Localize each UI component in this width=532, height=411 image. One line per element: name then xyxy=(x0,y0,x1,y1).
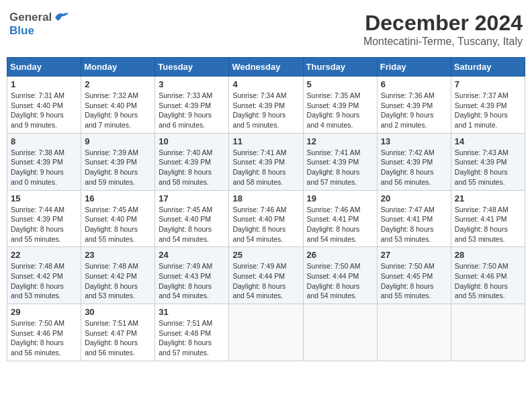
day-number: 28 xyxy=(455,250,521,260)
day-info: Sunrise: 7:31 AMSunset: 4:40 PMDaylight:… xyxy=(11,91,77,130)
day-number: 18 xyxy=(232,193,299,203)
day-number: 13 xyxy=(381,136,447,146)
day-info: Sunrise: 7:35 AMSunset: 4:39 PMDaylight:… xyxy=(307,91,373,130)
day-info: Sunrise: 7:46 AMSunset: 4:41 PMDaylight:… xyxy=(307,205,373,244)
day-number: 7 xyxy=(455,79,521,89)
month-title: December 2024 xyxy=(363,11,523,36)
calendar-header-row: SundayMondayTuesdayWednesdayThursdayFrid… xyxy=(7,58,525,77)
calendar-cell: 16Sunrise: 7:45 AMSunset: 4:40 PMDayligh… xyxy=(81,190,155,247)
calendar-cell: 12Sunrise: 7:41 AMSunset: 4:39 PMDayligh… xyxy=(303,133,377,190)
day-number: 17 xyxy=(159,193,225,203)
day-info: Sunrise: 7:41 AMSunset: 4:39 PMDaylight:… xyxy=(232,148,299,187)
day-info: Sunrise: 7:45 AMSunset: 4:40 PMDaylight:… xyxy=(85,205,151,244)
day-info: Sunrise: 7:42 AMSunset: 4:39 PMDaylight:… xyxy=(381,148,447,187)
calendar-cell: 8Sunrise: 7:38 AMSunset: 4:39 PMDaylight… xyxy=(7,133,81,190)
day-number: 14 xyxy=(455,136,521,146)
calendar-cell: 6Sunrise: 7:36 AMSunset: 4:39 PMDaylight… xyxy=(377,77,451,134)
day-number: 4 xyxy=(232,79,299,89)
title-area: December 2024 Montecatini-Terme, Tuscany… xyxy=(363,11,523,48)
day-info: Sunrise: 7:51 AMSunset: 4:47 PMDaylight:… xyxy=(85,318,151,358)
calendar-cell: 11Sunrise: 7:41 AMSunset: 4:39 PMDayligh… xyxy=(229,133,303,190)
day-number: 2 xyxy=(85,79,151,89)
day-info: Sunrise: 7:32 AMSunset: 4:40 PMDaylight:… xyxy=(85,91,151,130)
calendar-cell: 21Sunrise: 7:48 AMSunset: 4:41 PMDayligh… xyxy=(451,190,525,247)
calendar-cell xyxy=(451,304,525,361)
day-info: Sunrise: 7:51 AMSunset: 4:48 PMDaylight:… xyxy=(159,318,225,358)
day-number: 1 xyxy=(11,79,77,89)
calendar-cell: 22Sunrise: 7:48 AMSunset: 4:42 PMDayligh… xyxy=(7,247,81,304)
day-number: 5 xyxy=(307,79,373,89)
day-number: 15 xyxy=(11,193,77,203)
day-info: Sunrise: 7:49 AMSunset: 4:43 PMDaylight:… xyxy=(159,261,225,301)
day-info: Sunrise: 7:50 AMSunset: 4:46 PMDaylight:… xyxy=(11,318,77,358)
calendar-cell: 17Sunrise: 7:45 AMSunset: 4:40 PMDayligh… xyxy=(155,190,229,247)
calendar-cell: 14Sunrise: 7:43 AMSunset: 4:39 PMDayligh… xyxy=(451,133,525,190)
calendar-cell: 2Sunrise: 7:32 AMSunset: 4:40 PMDaylight… xyxy=(81,77,155,134)
day-info: Sunrise: 7:40 AMSunset: 4:39 PMDaylight:… xyxy=(159,148,225,187)
calendar-cell: 19Sunrise: 7:46 AMSunset: 4:41 PMDayligh… xyxy=(303,190,377,247)
calendar-cell: 23Sunrise: 7:48 AMSunset: 4:42 PMDayligh… xyxy=(81,247,155,304)
logo: General Blue xyxy=(9,11,69,38)
calendar-cell: 28Sunrise: 7:50 AMSunset: 4:46 PMDayligh… xyxy=(451,247,525,304)
calendar-cell: 5Sunrise: 7:35 AMSunset: 4:39 PMDaylight… xyxy=(303,77,377,134)
calendar: SundayMondayTuesdayWednesdayThursdayFrid… xyxy=(7,57,525,361)
day-info: Sunrise: 7:37 AMSunset: 4:39 PMDaylight:… xyxy=(455,91,521,130)
col-header-sunday: Sunday xyxy=(7,58,81,77)
day-info: Sunrise: 7:45 AMSunset: 4:40 PMDaylight:… xyxy=(159,205,225,244)
day-number: 26 xyxy=(307,250,373,260)
calendar-cell: 26Sunrise: 7:50 AMSunset: 4:44 PMDayligh… xyxy=(303,247,377,304)
logo-bird-icon xyxy=(54,11,69,24)
day-info: Sunrise: 7:47 AMSunset: 4:41 PMDaylight:… xyxy=(381,205,447,244)
calendar-cell: 31Sunrise: 7:51 AMSunset: 4:48 PMDayligh… xyxy=(155,304,229,361)
calendar-cell: 18Sunrise: 7:46 AMSunset: 4:40 PMDayligh… xyxy=(229,190,303,247)
day-number: 29 xyxy=(11,307,77,317)
calendar-cell: 4Sunrise: 7:34 AMSunset: 4:39 PMDaylight… xyxy=(229,77,303,134)
calendar-cell: 13Sunrise: 7:42 AMSunset: 4:39 PMDayligh… xyxy=(377,133,451,190)
day-info: Sunrise: 7:44 AMSunset: 4:39 PMDaylight:… xyxy=(11,205,77,244)
calendar-week-4: 22Sunrise: 7:48 AMSunset: 4:42 PMDayligh… xyxy=(7,247,525,304)
calendar-cell: 10Sunrise: 7:40 AMSunset: 4:39 PMDayligh… xyxy=(155,133,229,190)
calendar-cell: 27Sunrise: 7:50 AMSunset: 4:45 PMDayligh… xyxy=(377,247,451,304)
day-info: Sunrise: 7:50 AMSunset: 4:46 PMDaylight:… xyxy=(455,261,521,301)
logo-blue: Blue xyxy=(9,24,34,38)
day-info: Sunrise: 7:38 AMSunset: 4:39 PMDaylight:… xyxy=(11,148,77,187)
calendar-cell: 9Sunrise: 7:39 AMSunset: 4:39 PMDaylight… xyxy=(81,133,155,190)
col-header-wednesday: Wednesday xyxy=(229,58,303,77)
day-info: Sunrise: 7:43 AMSunset: 4:39 PMDaylight:… xyxy=(455,148,521,187)
day-number: 20 xyxy=(381,193,447,203)
day-number: 16 xyxy=(85,193,151,203)
col-header-friday: Friday xyxy=(377,58,451,77)
calendar-cell: 24Sunrise: 7:49 AMSunset: 4:43 PMDayligh… xyxy=(155,247,229,304)
day-info: Sunrise: 7:48 AMSunset: 4:42 PMDaylight:… xyxy=(85,261,151,301)
day-number: 31 xyxy=(159,307,225,317)
calendar-week-5: 29Sunrise: 7:50 AMSunset: 4:46 PMDayligh… xyxy=(7,304,525,361)
calendar-week-3: 15Sunrise: 7:44 AMSunset: 4:39 PMDayligh… xyxy=(7,190,525,247)
day-info: Sunrise: 7:33 AMSunset: 4:39 PMDaylight:… xyxy=(159,91,225,130)
day-info: Sunrise: 7:41 AMSunset: 4:39 PMDaylight:… xyxy=(307,148,373,187)
col-header-thursday: Thursday xyxy=(303,58,377,77)
day-number: 6 xyxy=(381,79,447,89)
day-number: 3 xyxy=(159,79,225,89)
calendar-cell: 3Sunrise: 7:33 AMSunset: 4:39 PMDaylight… xyxy=(155,77,229,134)
day-info: Sunrise: 7:46 AMSunset: 4:40 PMDaylight:… xyxy=(232,205,299,244)
col-header-saturday: Saturday xyxy=(451,58,525,77)
calendar-week-1: 1Sunrise: 7:31 AMSunset: 4:40 PMDaylight… xyxy=(7,77,525,134)
day-number: 8 xyxy=(11,136,77,146)
day-number: 9 xyxy=(85,136,151,146)
calendar-cell: 1Sunrise: 7:31 AMSunset: 4:40 PMDaylight… xyxy=(7,77,81,134)
calendar-cell: 25Sunrise: 7:49 AMSunset: 4:44 PMDayligh… xyxy=(229,247,303,304)
calendar-cell: 15Sunrise: 7:44 AMSunset: 4:39 PMDayligh… xyxy=(7,190,81,247)
day-number: 30 xyxy=(85,307,151,317)
calendar-cell: 20Sunrise: 7:47 AMSunset: 4:41 PMDayligh… xyxy=(377,190,451,247)
calendar-cell: 7Sunrise: 7:37 AMSunset: 4:39 PMDaylight… xyxy=(451,77,525,134)
day-number: 25 xyxy=(232,250,299,260)
col-header-monday: Monday xyxy=(81,58,155,77)
calendar-cell xyxy=(229,304,303,361)
day-info: Sunrise: 7:50 AMSunset: 4:44 PMDaylight:… xyxy=(307,261,373,301)
day-number: 21 xyxy=(455,193,521,203)
calendar-cell xyxy=(377,304,451,361)
day-number: 19 xyxy=(307,193,373,203)
day-info: Sunrise: 7:36 AMSunset: 4:39 PMDaylight:… xyxy=(381,91,447,130)
day-number: 24 xyxy=(159,250,225,260)
day-info: Sunrise: 7:48 AMSunset: 4:41 PMDaylight:… xyxy=(455,205,521,244)
